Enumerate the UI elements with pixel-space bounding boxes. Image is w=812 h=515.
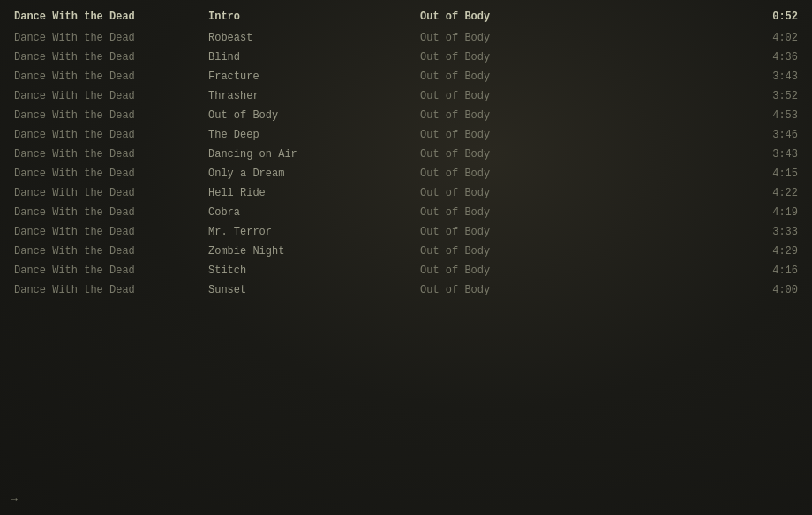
track-duration: 4:16: [579, 263, 798, 279]
header-artist: Dance With the Dead: [14, 9, 208, 25]
track-title: Cobra: [208, 205, 420, 220]
track-title: Robeast: [208, 30, 420, 46]
track-artist: Dance With the Dead: [14, 127, 208, 143]
track-album: Out of Body: [420, 205, 579, 220]
track-title: Stitch: [208, 263, 420, 279]
track-artist: Dance With the Dead: [14, 88, 208, 104]
track-artist: Dance With the Dead: [14, 69, 208, 85]
track-row[interactable]: Dance With the DeadZombie NightOut of Bo…: [0, 242, 812, 261]
track-title: Out of Body: [208, 108, 420, 123]
track-title: Blind: [208, 49, 420, 65]
track-artist: Dance With the Dead: [14, 185, 208, 201]
track-artist: Dance With the Dead: [14, 224, 208, 240]
track-title: Hell Ride: [208, 185, 420, 201]
track-artist: Dance With the Dead: [14, 146, 208, 162]
track-artist: Dance With the Dead: [14, 108, 208, 123]
track-artist: Dance With the Dead: [14, 30, 208, 46]
track-album: Out of Body: [420, 282, 579, 298]
track-duration: 3:43: [579, 69, 798, 85]
track-list: Dance With the Dead Intro Out of Body 0:…: [0, 0, 812, 307]
track-title: Only a Dream: [208, 166, 420, 182]
arrow-indicator: →: [11, 493, 18, 506]
track-artist: Dance With the Dead: [14, 282, 208, 298]
track-list-header: Dance With the Dead Intro Out of Body 0:…: [0, 7, 812, 26]
track-album: Out of Body: [420, 30, 579, 46]
track-title: Fracture: [208, 69, 420, 85]
track-title: Sunset: [208, 282, 420, 298]
track-row[interactable]: Dance With the DeadHell RideOut of Body4…: [0, 183, 812, 203]
track-row[interactable]: Dance With the DeadMr. TerrorOut of Body…: [0, 222, 812, 242]
track-album: Out of Body: [420, 243, 579, 259]
track-artist: Dance With the Dead: [14, 166, 208, 182]
track-title: Zombie Night: [208, 243, 420, 259]
track-title: Dancing on Air: [208, 146, 420, 162]
track-artist: Dance With the Dead: [14, 205, 208, 220]
track-duration: 3:52: [579, 88, 798, 104]
track-title: Thrasher: [208, 88, 420, 104]
track-row[interactable]: Dance With the DeadRobeastOut of Body4:0…: [0, 28, 812, 48]
track-row[interactable]: Dance With the DeadFractureOut of Body3:…: [0, 67, 812, 86]
track-album: Out of Body: [420, 185, 579, 201]
track-row[interactable]: Dance With the DeadOut of BodyOut of Bod…: [0, 106, 812, 125]
track-row[interactable]: Dance With the DeadDancing on AirOut of …: [0, 145, 812, 164]
track-row[interactable]: Dance With the DeadThe DeepOut of Body3:…: [0, 125, 812, 145]
track-duration: 4:22: [579, 185, 798, 201]
track-album: Out of Body: [420, 127, 579, 143]
header-album: Out of Body: [420, 9, 579, 25]
track-artist: Dance With the Dead: [14, 243, 208, 259]
track-artist: Dance With the Dead: [14, 49, 208, 65]
track-row[interactable]: Dance With the DeadBlindOut of Body4:36: [0, 48, 812, 67]
track-album: Out of Body: [420, 69, 579, 85]
header-title: Intro: [208, 9, 420, 25]
track-row[interactable]: Dance With the DeadSunsetOut of Body4:00: [0, 280, 812, 300]
track-row[interactable]: Dance With the DeadCobraOut of Body4:19: [0, 203, 812, 222]
track-album: Out of Body: [420, 108, 579, 123]
track-row[interactable]: Dance With the DeadThrasherOut of Body3:…: [0, 86, 812, 106]
track-album: Out of Body: [420, 166, 579, 182]
track-duration: 4:15: [579, 166, 798, 182]
track-row[interactable]: Dance With the DeadStitchOut of Body4:16: [0, 261, 812, 280]
track-duration: 4:36: [579, 49, 798, 65]
track-title: Mr. Terror: [208, 224, 420, 240]
track-duration: 3:43: [579, 146, 798, 162]
track-album: Out of Body: [420, 49, 579, 65]
track-title: The Deep: [208, 127, 420, 143]
header-duration: 0:52: [579, 9, 798, 25]
track-album: Out of Body: [420, 88, 579, 104]
track-duration: 4:02: [579, 30, 798, 46]
track-row[interactable]: Dance With the DeadOnly a DreamOut of Bo…: [0, 164, 812, 183]
track-album: Out of Body: [420, 146, 579, 162]
track-duration: 3:46: [579, 127, 798, 143]
track-artist: Dance With the Dead: [14, 263, 208, 279]
track-album: Out of Body: [420, 224, 579, 240]
track-duration: 4:29: [579, 243, 798, 259]
track-duration: 4:19: [579, 205, 798, 220]
track-duration: 4:53: [579, 108, 798, 123]
track-duration: 3:33: [579, 224, 798, 240]
track-duration: 4:00: [579, 282, 798, 298]
track-album: Out of Body: [420, 263, 579, 279]
